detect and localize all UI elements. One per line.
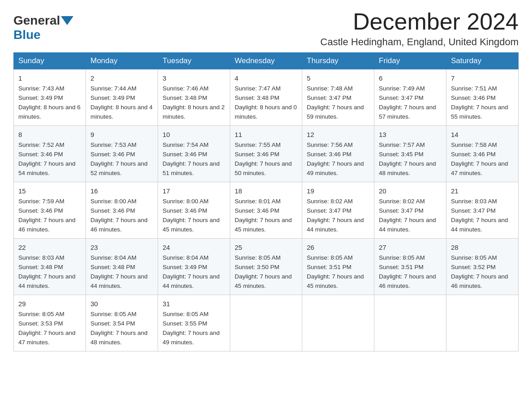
daylight-label: Daylight: 7 hours and 46 minutes. bbox=[90, 217, 148, 233]
daylight-label: Daylight: 8 hours and 4 minutes. bbox=[90, 104, 153, 120]
calendar-cell: 1 Sunrise: 7:43 AM Sunset: 3:49 PM Dayli… bbox=[14, 69, 86, 126]
logo-general-text: General bbox=[13, 13, 60, 28]
sunrise-label: Sunrise: 7:48 AM bbox=[307, 85, 353, 92]
day-number: 4 bbox=[235, 73, 297, 83]
sunrise-label: Sunrise: 8:03 AM bbox=[18, 254, 64, 261]
daylight-label: Daylight: 7 hours and 45 minutes. bbox=[307, 273, 364, 289]
sunset-label: Sunset: 3:54 PM bbox=[90, 320, 135, 327]
header-friday: Friday bbox=[374, 53, 446, 69]
day-number: 10 bbox=[163, 129, 225, 140]
logo-arrow-icon bbox=[61, 16, 73, 25]
sunset-label: Sunset: 3:55 PM bbox=[163, 320, 207, 327]
calendar-cell: 5 Sunrise: 7:48 AM Sunset: 3:47 PM Dayli… bbox=[302, 69, 374, 126]
sunrise-label: Sunrise: 7:59 AM bbox=[18, 198, 64, 205]
sunset-label: Sunset: 3:48 PM bbox=[90, 264, 135, 270]
daylight-label: Daylight: 7 hours and 59 minutes. bbox=[307, 104, 364, 120]
daylight-label: Daylight: 7 hours and 46 minutes. bbox=[18, 217, 76, 233]
header-sunday: Sunday bbox=[14, 53, 86, 69]
calendar-cell: 28 Sunrise: 8:05 AM Sunset: 3:52 PM Dayl… bbox=[446, 239, 519, 295]
sunrise-label: Sunrise: 8:05 AM bbox=[379, 254, 425, 261]
daylight-label: Daylight: 7 hours and 47 minutes. bbox=[451, 160, 508, 176]
day-number: 30 bbox=[90, 299, 153, 309]
sunset-label: Sunset: 3:49 PM bbox=[90, 94, 135, 101]
day-number: 16 bbox=[90, 186, 153, 196]
calendar-cell: 14 Sunrise: 7:58 AM Sunset: 3:46 PM Dayl… bbox=[446, 126, 519, 182]
daylight-label: Daylight: 7 hours and 44 minutes. bbox=[379, 217, 436, 233]
daylight-label: Daylight: 7 hours and 44 minutes. bbox=[90, 273, 148, 289]
day-number: 31 bbox=[163, 299, 225, 309]
logo: General Blue bbox=[13, 13, 74, 42]
calendar-cell: 31 Sunrise: 8:05 AM Sunset: 3:55 PM Dayl… bbox=[158, 295, 230, 351]
daylight-label: Daylight: 8 hours and 2 minutes. bbox=[163, 104, 225, 120]
daylight-label: Daylight: 7 hours and 48 minutes. bbox=[90, 330, 148, 346]
sunset-label: Sunset: 3:47 PM bbox=[451, 207, 496, 214]
day-number: 20 bbox=[379, 186, 442, 196]
calendar-cell: 30 Sunrise: 8:05 AM Sunset: 3:54 PM Dayl… bbox=[86, 295, 158, 351]
sunset-label: Sunset: 3:46 PM bbox=[18, 151, 63, 158]
calendar-cell: 16 Sunrise: 8:00 AM Sunset: 3:46 PM Dayl… bbox=[86, 182, 158, 239]
day-number: 12 bbox=[307, 129, 369, 140]
week-row-1: 1 Sunrise: 7:43 AM Sunset: 3:49 PM Dayli… bbox=[14, 69, 519, 126]
day-number: 3 bbox=[163, 73, 225, 83]
sunrise-label: Sunrise: 7:46 AM bbox=[163, 85, 209, 92]
day-number: 28 bbox=[451, 242, 514, 253]
sunrise-label: Sunrise: 8:00 AM bbox=[163, 198, 209, 205]
day-number: 13 bbox=[379, 129, 442, 140]
sunset-label: Sunset: 3:47 PM bbox=[379, 207, 424, 214]
daylight-label: Daylight: 7 hours and 50 minutes. bbox=[235, 160, 292, 176]
day-number: 9 bbox=[90, 129, 153, 140]
daylight-label: Daylight: 7 hours and 49 minutes. bbox=[163, 330, 220, 346]
calendar-header-row: SundayMondayTuesdayWednesdayThursdayFrid… bbox=[14, 53, 519, 69]
calendar-cell: 29 Sunrise: 8:05 AM Sunset: 3:53 PM Dayl… bbox=[14, 295, 86, 351]
calendar-table: SundayMondayTuesdayWednesdayThursdayFrid… bbox=[13, 52, 519, 351]
calendar-cell: 22 Sunrise: 8:03 AM Sunset: 3:48 PM Dayl… bbox=[14, 239, 86, 295]
day-number: 2 bbox=[90, 73, 153, 83]
sunrise-label: Sunrise: 8:05 AM bbox=[307, 254, 353, 261]
calendar-cell bbox=[302, 295, 374, 351]
title-block: December 2024 Castle Hedingham, England,… bbox=[320, 9, 519, 48]
sunrise-label: Sunrise: 8:02 AM bbox=[379, 198, 425, 205]
day-number: 5 bbox=[307, 73, 369, 83]
day-number: 26 bbox=[307, 242, 369, 253]
sunrise-label: Sunrise: 7:44 AM bbox=[90, 85, 137, 92]
calendar-cell: 17 Sunrise: 8:00 AM Sunset: 3:46 PM Dayl… bbox=[158, 182, 230, 239]
sunrise-label: Sunrise: 7:52 AM bbox=[18, 141, 64, 148]
sunset-label: Sunset: 3:51 PM bbox=[379, 264, 424, 270]
day-number: 6 bbox=[379, 73, 442, 83]
day-number: 18 bbox=[235, 186, 297, 196]
day-number: 27 bbox=[379, 242, 442, 253]
calendar-cell bbox=[446, 295, 519, 351]
daylight-label: Daylight: 8 hours and 6 minutes. bbox=[18, 104, 81, 120]
sunrise-label: Sunrise: 8:04 AM bbox=[90, 254, 137, 261]
daylight-label: Daylight: 7 hours and 52 minutes. bbox=[90, 160, 148, 176]
daylight-label: Daylight: 7 hours and 55 minutes. bbox=[451, 104, 508, 120]
sunset-label: Sunset: 3:46 PM bbox=[163, 207, 207, 214]
sunrise-label: Sunrise: 7:47 AM bbox=[235, 85, 281, 92]
sunrise-label: Sunrise: 7:56 AM bbox=[307, 141, 353, 148]
daylight-label: Daylight: 7 hours and 57 minutes. bbox=[379, 104, 436, 120]
sunrise-label: Sunrise: 8:00 AM bbox=[90, 198, 137, 205]
daylight-label: Daylight: 7 hours and 44 minutes. bbox=[307, 217, 364, 233]
sunset-label: Sunset: 3:46 PM bbox=[90, 151, 135, 158]
day-number: 22 bbox=[18, 242, 81, 253]
calendar-cell: 7 Sunrise: 7:51 AM Sunset: 3:46 PM Dayli… bbox=[446, 69, 519, 126]
calendar-cell: 12 Sunrise: 7:56 AM Sunset: 3:46 PM Dayl… bbox=[302, 126, 374, 182]
calendar-cell: 19 Sunrise: 8:02 AM Sunset: 3:47 PM Dayl… bbox=[302, 182, 374, 239]
calendar-cell: 9 Sunrise: 7:53 AM Sunset: 3:46 PM Dayli… bbox=[86, 126, 158, 182]
day-number: 1 bbox=[18, 73, 81, 83]
daylight-label: Daylight: 7 hours and 45 minutes. bbox=[163, 217, 220, 233]
sunrise-label: Sunrise: 7:55 AM bbox=[235, 141, 281, 148]
calendar-cell: 26 Sunrise: 8:05 AM Sunset: 3:51 PM Dayl… bbox=[302, 239, 374, 295]
daylight-label: Daylight: 7 hours and 44 minutes. bbox=[163, 273, 220, 289]
sunset-label: Sunset: 3:53 PM bbox=[18, 320, 63, 327]
sunrise-label: Sunrise: 8:05 AM bbox=[235, 254, 281, 261]
daylight-label: Daylight: 7 hours and 44 minutes. bbox=[451, 217, 508, 233]
calendar-cell: 21 Sunrise: 8:03 AM Sunset: 3:47 PM Dayl… bbox=[446, 182, 519, 239]
sunset-label: Sunset: 3:46 PM bbox=[18, 207, 63, 214]
daylight-label: Daylight: 7 hours and 46 minutes. bbox=[379, 273, 436, 289]
day-number: 25 bbox=[235, 242, 297, 253]
calendar-cell: 15 Sunrise: 7:59 AM Sunset: 3:46 PM Dayl… bbox=[14, 182, 86, 239]
daylight-label: Daylight: 7 hours and 45 minutes. bbox=[235, 273, 292, 289]
week-row-3: 15 Sunrise: 7:59 AM Sunset: 3:46 PM Dayl… bbox=[14, 182, 519, 239]
header-monday: Monday bbox=[86, 53, 158, 69]
